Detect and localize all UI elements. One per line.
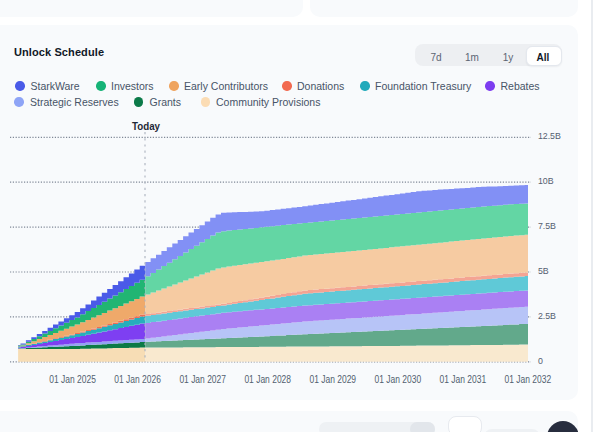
svg-text:0: 0 xyxy=(538,356,543,366)
svg-text:01 Jan 2029: 01 Jan 2029 xyxy=(309,374,356,385)
svg-text:01 Jan 2028: 01 Jan 2028 xyxy=(244,374,291,385)
svg-text:7.5B: 7.5B xyxy=(538,221,556,231)
svg-text:Today: Today xyxy=(132,121,160,132)
svg-text:2.5B: 2.5B xyxy=(538,311,556,321)
svg-text:01 Jan 2032: 01 Jan 2032 xyxy=(505,374,552,385)
svg-text:12.5B: 12.5B xyxy=(538,131,561,141)
svg-text:5B: 5B xyxy=(538,266,549,276)
svg-text:01 Jan 2030: 01 Jan 2030 xyxy=(375,374,422,385)
svg-text:10B: 10B xyxy=(538,176,554,186)
svg-text:01 Jan 2027: 01 Jan 2027 xyxy=(179,374,226,385)
svg-text:01 Jan 2026: 01 Jan 2026 xyxy=(114,374,161,385)
svg-text:01 Jan 2025: 01 Jan 2025 xyxy=(49,374,96,385)
svg-text:01 Jan 2031: 01 Jan 2031 xyxy=(440,374,487,385)
